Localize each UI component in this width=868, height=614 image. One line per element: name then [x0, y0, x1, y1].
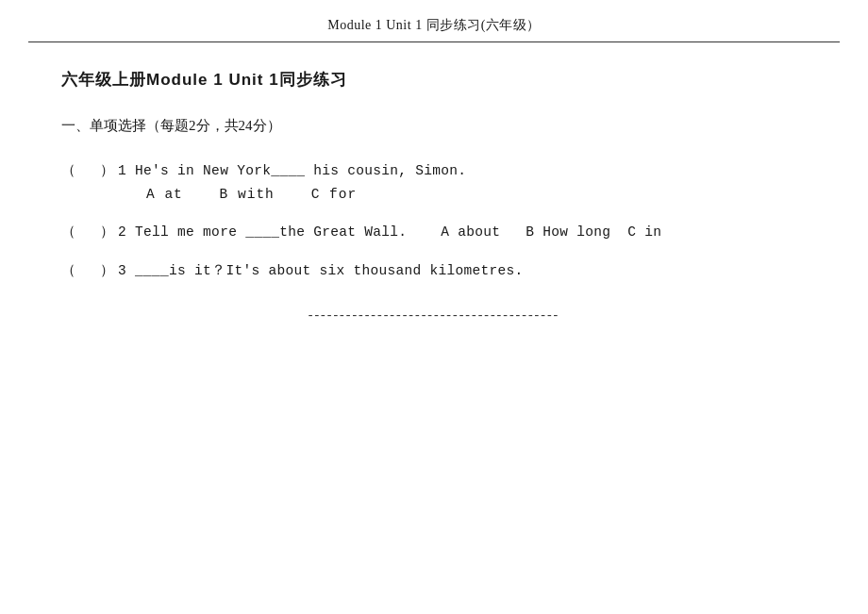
- question-3-paren: （ ）: [61, 261, 114, 279]
- worksheet-title: 六年级上册Module 1 Unit 1同步练习: [61, 69, 807, 91]
- question-3-row: （ ） 3 ____is it？It's about six thousand …: [61, 261, 807, 279]
- question-2-text: 2 Tell me more ____the Great Wall. A abo…: [118, 224, 661, 240]
- question-3-block: （ ） 3 ____is it？It's about six thousand …: [61, 261, 807, 279]
- page-divider: ----------------------------------------: [61, 307, 807, 323]
- question-1-options: A at B with C for: [146, 187, 807, 202]
- question-3-text: 3 ____is it？It's about six thousand kilo…: [118, 261, 523, 279]
- header-title: Module 1 Unit 1 同步练习(六年级）: [327, 18, 541, 32]
- question-2-paren: （ ）: [61, 223, 114, 241]
- section1-header: 一、单项选择（每题2分，共24分）: [61, 117, 807, 135]
- question-1-block: （ ） 1 He's in New York____ his cousin, S…: [61, 161, 807, 202]
- page-container: Module 1 Unit 1 同步练习(六年级） 六年级上册Module 1 …: [0, 0, 868, 614]
- question-2-row: （ ） 2 Tell me more ____the Great Wall. A…: [61, 223, 807, 241]
- content-area: 六年级上册Module 1 Unit 1同步练习 一、单项选择（每题2分，共24…: [0, 42, 868, 341]
- question-1-paren: （ ）: [61, 161, 114, 179]
- question-2-block: （ ） 2 Tell me more ____the Great Wall. A…: [61, 223, 807, 241]
- question-1-text: 1 He's in New York____ his cousin, Simon…: [118, 163, 466, 178]
- header-area: Module 1 Unit 1 同步练习(六年级）: [28, 0, 840, 42]
- question-1-row: （ ） 1 He's in New York____ his cousin, S…: [61, 161, 807, 179]
